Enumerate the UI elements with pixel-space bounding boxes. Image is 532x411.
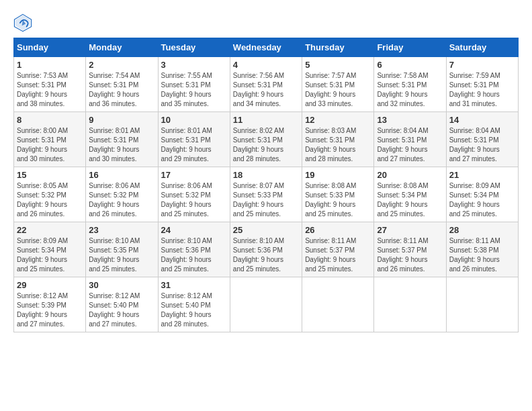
sunset-text: Sunset: 5:31 PM [233, 136, 299, 145]
daylight-text: Daylight: 9 hoursand 26 minutes. [377, 255, 443, 274]
day-number: 23 [89, 225, 154, 235]
calendar-cell: 20Sunrise: 8:08 AMSunset: 5:34 PMDayligh… [374, 167, 446, 222]
sunrise-text: Sunrise: 8:12 AM [89, 291, 154, 301]
sunrise-text: Sunrise: 8:08 AM [305, 181, 371, 191]
sunset-text: Sunset: 5:32 PM [17, 191, 83, 200]
day-info: Sunrise: 8:10 AMSunset: 5:35 PMDaylight:… [89, 236, 154, 274]
day-info: Sunrise: 8:06 AMSunset: 5:32 PMDaylight:… [161, 181, 227, 219]
calendar-cell: 6Sunrise: 7:58 AMSunset: 5:31 PMDaylight… [374, 57, 446, 112]
daylight-text: Daylight: 9 hoursand 33 minutes. [305, 90, 371, 109]
day-info: Sunrise: 8:09 AMSunset: 5:34 PMDaylight:… [17, 236, 83, 274]
day-info: Sunrise: 8:01 AMSunset: 5:31 PMDaylight:… [89, 126, 154, 164]
daylight-text: Daylight: 9 hoursand 28 minutes. [305, 145, 371, 164]
calendar-cell: 14Sunrise: 8:04 AMSunset: 5:31 PMDayligh… [446, 112, 518, 167]
daylight-text: Daylight: 9 hoursand 25 minutes. [161, 255, 227, 274]
sunrise-text: Sunrise: 8:10 AM [233, 236, 299, 246]
calendar-header-row: SundayMondayTuesdayWednesdayThursdayFrid… [14, 38, 519, 57]
logo-icon [13, 13, 32, 32]
day-number: 21 [449, 170, 515, 180]
calendar-cell: 5Sunrise: 7:57 AMSunset: 5:31 PMDaylight… [302, 57, 374, 112]
daylight-text: Daylight: 9 hoursand 25 minutes. [305, 255, 371, 274]
daylight-text: Daylight: 9 hoursand 31 minutes. [449, 90, 515, 109]
sunset-text: Sunset: 5:31 PM [449, 81, 515, 90]
calendar-week-row: 1Sunrise: 7:53 AMSunset: 5:31 PMDaylight… [14, 57, 519, 112]
calendar-cell: 30Sunrise: 8:12 AMSunset: 5:40 PMDayligh… [86, 277, 158, 332]
day-info: Sunrise: 8:05 AMSunset: 5:32 PMDaylight:… [17, 181, 83, 219]
calendar-cell: 1Sunrise: 7:53 AMSunset: 5:31 PMDaylight… [14, 57, 86, 112]
header-friday: Friday [374, 38, 446, 57]
sunset-text: Sunset: 5:33 PM [305, 191, 371, 200]
calendar-cell: 13Sunrise: 8:04 AMSunset: 5:31 PMDayligh… [374, 112, 446, 167]
header-monday: Monday [86, 38, 158, 57]
day-info: Sunrise: 7:54 AMSunset: 5:31 PMDaylight:… [89, 71, 154, 109]
day-number: 11 [233, 115, 299, 125]
day-number: 25 [233, 225, 299, 235]
header-saturday: Saturday [446, 38, 518, 57]
day-info: Sunrise: 8:07 AMSunset: 5:33 PMDaylight:… [233, 181, 299, 219]
sunset-text: Sunset: 5:31 PM [377, 81, 443, 90]
sunset-text: Sunset: 5:31 PM [449, 136, 515, 145]
sunrise-text: Sunrise: 8:02 AM [233, 126, 299, 136]
day-info: Sunrise: 8:12 AMSunset: 5:40 PMDaylight:… [161, 291, 227, 329]
sunset-text: Sunset: 5:31 PM [233, 81, 299, 90]
day-number: 7 [449, 60, 515, 70]
day-number: 16 [89, 170, 154, 180]
sunset-text: Sunset: 5:31 PM [305, 136, 371, 145]
day-number: 10 [161, 115, 227, 125]
day-number: 13 [377, 115, 443, 125]
sunset-text: Sunset: 5:31 PM [305, 81, 371, 90]
sunset-text: Sunset: 5:34 PM [17, 246, 83, 255]
calendar-cell: 11Sunrise: 8:02 AMSunset: 5:31 PMDayligh… [230, 112, 302, 167]
calendar-cell: 27Sunrise: 8:11 AMSunset: 5:37 PMDayligh… [374, 222, 446, 277]
daylight-text: Daylight: 9 hoursand 27 minutes. [377, 145, 443, 164]
sunrise-text: Sunrise: 8:12 AM [161, 291, 227, 301]
sunset-text: Sunset: 5:31 PM [17, 136, 83, 145]
day-info: Sunrise: 7:59 AMSunset: 5:31 PMDaylight:… [449, 71, 515, 109]
calendar-cell [446, 277, 518, 332]
day-number: 31 [161, 280, 227, 290]
sunrise-text: Sunrise: 8:11 AM [449, 236, 515, 246]
calendar-cell: 4Sunrise: 7:56 AMSunset: 5:31 PMDaylight… [230, 57, 302, 112]
calendar-cell: 9Sunrise: 8:01 AMSunset: 5:31 PMDaylight… [86, 112, 158, 167]
sunset-text: Sunset: 5:38 PM [449, 246, 515, 255]
day-info: Sunrise: 8:11 AMSunset: 5:38 PMDaylight:… [449, 236, 515, 274]
sunset-text: Sunset: 5:31 PM [89, 81, 154, 90]
sunset-text: Sunset: 5:40 PM [161, 301, 227, 310]
daylight-text: Daylight: 9 hoursand 27 minutes. [89, 310, 154, 329]
day-number: 5 [305, 60, 371, 70]
sunset-text: Sunset: 5:31 PM [377, 136, 443, 145]
sunset-text: Sunset: 5:31 PM [17, 81, 83, 90]
day-number: 6 [377, 60, 443, 70]
calendar-week-row: 22Sunrise: 8:09 AMSunset: 5:34 PMDayligh… [14, 222, 519, 277]
sunset-text: Sunset: 5:37 PM [305, 246, 371, 255]
daylight-text: Daylight: 9 hoursand 35 minutes. [161, 90, 227, 109]
day-info: Sunrise: 8:04 AMSunset: 5:31 PMDaylight:… [377, 126, 443, 164]
day-info: Sunrise: 8:01 AMSunset: 5:31 PMDaylight:… [161, 126, 227, 164]
day-info: Sunrise: 7:56 AMSunset: 5:31 PMDaylight:… [233, 71, 299, 109]
header-tuesday: Tuesday [158, 38, 230, 57]
day-info: Sunrise: 8:10 AMSunset: 5:36 PMDaylight:… [233, 236, 299, 274]
sunrise-text: Sunrise: 7:59 AM [449, 71, 515, 81]
sunset-text: Sunset: 5:31 PM [161, 136, 227, 145]
daylight-text: Daylight: 9 hoursand 26 minutes. [89, 200, 154, 219]
sunrise-text: Sunrise: 8:10 AM [161, 236, 227, 246]
day-number: 22 [17, 225, 83, 235]
sunrise-text: Sunrise: 7:58 AM [377, 71, 443, 81]
calendar-cell: 19Sunrise: 8:08 AMSunset: 5:33 PMDayligh… [302, 167, 374, 222]
page-container: SundayMondayTuesdayWednesdayThursdayFrid… [13, 13, 519, 332]
calendar-cell [374, 277, 446, 332]
sunset-text: Sunset: 5:34 PM [449, 191, 515, 200]
daylight-text: Daylight: 9 hoursand 34 minutes. [233, 90, 299, 109]
page-header [13, 13, 519, 32]
day-info: Sunrise: 8:11 AMSunset: 5:37 PMDaylight:… [377, 236, 443, 274]
sunrise-text: Sunrise: 7:56 AM [233, 71, 299, 81]
day-number: 30 [89, 280, 154, 290]
daylight-text: Daylight: 9 hoursand 25 minutes. [233, 200, 299, 219]
day-number: 2 [89, 60, 154, 70]
daylight-text: Daylight: 9 hoursand 28 minutes. [233, 145, 299, 164]
calendar-cell: 29Sunrise: 8:12 AMSunset: 5:39 PMDayligh… [14, 277, 86, 332]
daylight-text: Daylight: 9 hoursand 25 minutes. [449, 200, 515, 219]
calendar-cell: 10Sunrise: 8:01 AMSunset: 5:31 PMDayligh… [158, 112, 230, 167]
daylight-text: Daylight: 9 hoursand 30 minutes. [89, 145, 154, 164]
daylight-text: Daylight: 9 hoursand 38 minutes. [17, 90, 83, 109]
